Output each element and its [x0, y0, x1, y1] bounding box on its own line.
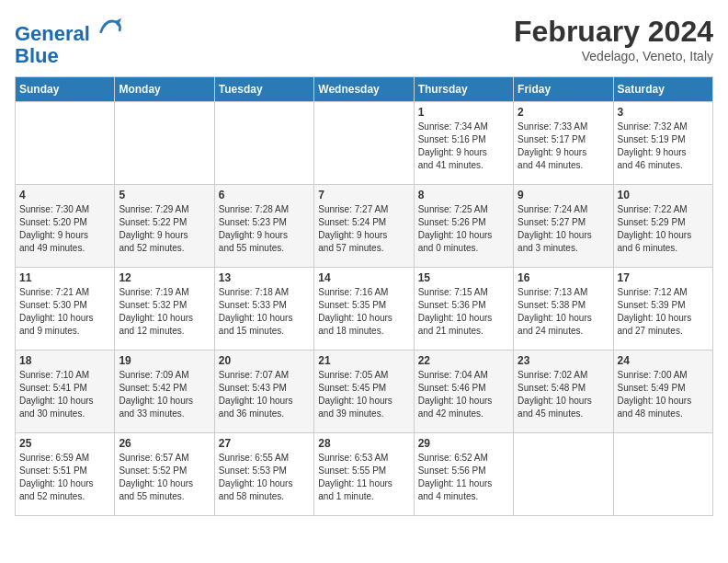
weekday-header-thursday: Thursday — [414, 77, 513, 102]
calendar-cell: 27Sunrise: 6:55 AM Sunset: 5:53 PM Dayli… — [214, 433, 313, 516]
day-info: Sunrise: 7:21 AM Sunset: 5:30 PM Dayligh… — [19, 286, 110, 338]
week-row-2: 4Sunrise: 7:30 AM Sunset: 5:20 PM Daylig… — [16, 185, 713, 268]
day-number: 2 — [518, 106, 609, 119]
day-info: Sunrise: 7:16 AM Sunset: 5:35 PM Dayligh… — [318, 286, 409, 338]
calendar-cell: 7Sunrise: 7:27 AM Sunset: 5:24 PM Daylig… — [314, 185, 414, 268]
weekday-header-sunday: Sunday — [16, 77, 115, 102]
title-area: February 2024 Vedelago, Veneto, Italy — [514, 15, 713, 63]
calendar-cell: 21Sunrise: 7:05 AM Sunset: 5:45 PM Dayli… — [314, 350, 414, 433]
day-number: 25 — [19, 437, 110, 450]
calendar-cell: 2Sunrise: 7:33 AM Sunset: 5:17 PM Daylig… — [514, 102, 613, 185]
day-info: Sunrise: 7:25 AM Sunset: 5:26 PM Dayligh… — [418, 203, 509, 255]
day-number: 16 — [518, 271, 609, 284]
day-info: Sunrise: 7:32 AM Sunset: 5:19 PM Dayligh… — [618, 121, 709, 172]
calendar-cell: 18Sunrise: 7:10 AM Sunset: 5:41 PM Dayli… — [16, 350, 115, 433]
day-number: 19 — [119, 354, 210, 367]
calendar-cell: 3Sunrise: 7:32 AM Sunset: 5:19 PM Daylig… — [613, 102, 712, 185]
header: General Blue February 2024 Vedelago, Ven… — [15, 15, 713, 67]
weekday-header-friday: Friday — [514, 77, 613, 102]
day-number: 5 — [119, 189, 210, 201]
day-info: Sunrise: 6:52 AM Sunset: 5:56 PM Dayligh… — [418, 452, 509, 503]
day-number: 24 — [618, 354, 709, 367]
calendar-cell: 12Sunrise: 7:19 AM Sunset: 5:32 PM Dayli… — [115, 268, 214, 350]
calendar-cell: 20Sunrise: 7:07 AM Sunset: 5:43 PM Dayli… — [214, 350, 313, 433]
calendar-cell — [16, 102, 115, 185]
logo-text: General — [15, 15, 123, 45]
day-info: Sunrise: 7:05 AM Sunset: 5:45 PM Dayligh… — [318, 369, 409, 420]
month-title: February 2024 — [514, 15, 713, 49]
calendar-cell: 28Sunrise: 6:53 AM Sunset: 5:55 PM Dayli… — [314, 433, 414, 516]
calendar-cell: 14Sunrise: 7:16 AM Sunset: 5:35 PM Dayli… — [314, 268, 414, 350]
calendar-table: SundayMondayTuesdayWednesdayThursdayFrid… — [15, 76, 713, 516]
calendar-header-row: SundayMondayTuesdayWednesdayThursdayFrid… — [16, 77, 713, 102]
calendar-cell: 15Sunrise: 7:15 AM Sunset: 5:36 PM Dayli… — [414, 268, 513, 350]
calendar-cell: 26Sunrise: 6:57 AM Sunset: 5:52 PM Dayli… — [115, 433, 214, 516]
weekday-header-tuesday: Tuesday — [214, 77, 313, 102]
calendar-cell — [115, 102, 214, 185]
calendar-cell — [613, 433, 712, 516]
day-number: 12 — [119, 271, 210, 284]
calendar-cell — [514, 433, 613, 516]
day-info: Sunrise: 7:34 AM Sunset: 5:16 PM Dayligh… — [418, 121, 509, 172]
day-number: 23 — [518, 354, 609, 367]
calendar-cell: 23Sunrise: 7:02 AM Sunset: 5:48 PM Dayli… — [514, 350, 613, 433]
day-number: 11 — [19, 271, 110, 284]
calendar-cell: 25Sunrise: 6:59 AM Sunset: 5:51 PM Dayli… — [16, 433, 115, 516]
day-number: 1 — [418, 106, 509, 119]
day-number: 15 — [418, 271, 509, 284]
weekday-header-wednesday: Wednesday — [314, 77, 414, 102]
day-info: Sunrise: 7:02 AM Sunset: 5:48 PM Dayligh… — [518, 369, 609, 420]
day-info: Sunrise: 7:04 AM Sunset: 5:46 PM Dayligh… — [418, 369, 509, 420]
day-info: Sunrise: 6:53 AM Sunset: 5:55 PM Dayligh… — [318, 452, 409, 503]
calendar-cell: 6Sunrise: 7:28 AM Sunset: 5:23 PM Daylig… — [214, 185, 313, 268]
logo: General Blue — [15, 15, 123, 67]
day-number: 6 — [219, 189, 310, 201]
day-number: 20 — [219, 354, 310, 367]
day-number: 4 — [19, 189, 110, 201]
day-number: 8 — [418, 189, 509, 201]
day-number: 9 — [518, 189, 609, 201]
day-info: Sunrise: 7:09 AM Sunset: 5:42 PM Dayligh… — [119, 369, 210, 420]
day-info: Sunrise: 7:28 AM Sunset: 5:23 PM Dayligh… — [219, 203, 310, 255]
day-info: Sunrise: 7:18 AM Sunset: 5:33 PM Dayligh… — [219, 286, 310, 338]
day-info: Sunrise: 7:22 AM Sunset: 5:29 PM Dayligh… — [618, 203, 709, 255]
day-number: 29 — [418, 437, 509, 450]
day-number: 13 — [219, 271, 310, 284]
day-number: 14 — [318, 271, 409, 284]
calendar-cell: 9Sunrise: 7:24 AM Sunset: 5:27 PM Daylig… — [514, 185, 613, 268]
calendar-cell: 10Sunrise: 7:22 AM Sunset: 5:29 PM Dayli… — [613, 185, 712, 268]
logo-icon — [97, 15, 123, 40]
day-number: 3 — [618, 106, 709, 119]
calendar-cell: 8Sunrise: 7:25 AM Sunset: 5:26 PM Daylig… — [414, 185, 513, 268]
day-number: 17 — [618, 271, 709, 284]
day-info: Sunrise: 7:19 AM Sunset: 5:32 PM Dayligh… — [119, 286, 210, 338]
logo-subtext: Blue — [15, 45, 123, 67]
day-info: Sunrise: 7:24 AM Sunset: 5:27 PM Dayligh… — [518, 203, 609, 255]
calendar-cell: 17Sunrise: 7:12 AM Sunset: 5:39 PM Dayli… — [613, 268, 712, 350]
calendar-cell: 11Sunrise: 7:21 AM Sunset: 5:30 PM Dayli… — [16, 268, 115, 350]
day-info: Sunrise: 7:29 AM Sunset: 5:22 PM Dayligh… — [119, 203, 210, 255]
day-info: Sunrise: 7:30 AM Sunset: 5:20 PM Dayligh… — [19, 203, 110, 255]
week-row-5: 25Sunrise: 6:59 AM Sunset: 5:51 PM Dayli… — [16, 433, 713, 516]
day-info: Sunrise: 7:07 AM Sunset: 5:43 PM Dayligh… — [219, 369, 310, 420]
week-row-4: 18Sunrise: 7:10 AM Sunset: 5:41 PM Dayli… — [16, 350, 713, 433]
day-info: Sunrise: 7:13 AM Sunset: 5:38 PM Dayligh… — [518, 286, 609, 338]
calendar-cell: 13Sunrise: 7:18 AM Sunset: 5:33 PM Dayli… — [214, 268, 313, 350]
day-number: 27 — [219, 437, 310, 450]
day-number: 10 — [618, 189, 709, 201]
calendar-cell: 1Sunrise: 7:34 AM Sunset: 5:16 PM Daylig… — [414, 102, 513, 185]
calendar-cell — [314, 102, 414, 185]
day-info: Sunrise: 6:55 AM Sunset: 5:53 PM Dayligh… — [219, 452, 310, 503]
week-row-3: 11Sunrise: 7:21 AM Sunset: 5:30 PM Dayli… — [16, 268, 713, 350]
day-number: 7 — [318, 189, 409, 201]
day-info: Sunrise: 7:00 AM Sunset: 5:49 PM Dayligh… — [618, 369, 709, 420]
calendar-body: 1Sunrise: 7:34 AM Sunset: 5:16 PM Daylig… — [16, 102, 713, 516]
day-info: Sunrise: 7:33 AM Sunset: 5:17 PM Dayligh… — [518, 121, 609, 172]
calendar-cell: 16Sunrise: 7:13 AM Sunset: 5:38 PM Dayli… — [514, 268, 613, 350]
location: Vedelago, Veneto, Italy — [514, 49, 713, 63]
day-number: 26 — [119, 437, 210, 450]
calendar-cell: 4Sunrise: 7:30 AM Sunset: 5:20 PM Daylig… — [16, 185, 115, 268]
calendar-cell: 22Sunrise: 7:04 AM Sunset: 5:46 PM Dayli… — [414, 350, 513, 433]
day-info: Sunrise: 7:12 AM Sunset: 5:39 PM Dayligh… — [618, 286, 709, 338]
day-info: Sunrise: 7:27 AM Sunset: 5:24 PM Dayligh… — [318, 203, 409, 255]
